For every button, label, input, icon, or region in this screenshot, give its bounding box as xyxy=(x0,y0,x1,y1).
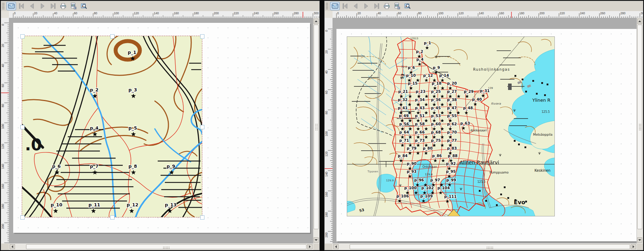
svg-text:0: 0 xyxy=(337,11,339,15)
svg-text:120: 120 xyxy=(134,11,139,15)
svg-text:60: 60 xyxy=(398,11,401,15)
sample-point-label: p_92 xyxy=(446,161,456,166)
last-arrow-icon xyxy=(373,2,380,10)
scroll-down-button[interactable] xyxy=(314,237,319,243)
vertical-scroll-thumb[interactable] xyxy=(637,25,642,229)
print-button[interactable] xyxy=(58,2,68,10)
horizontal-scrollbar[interactable] xyxy=(333,243,637,250)
selection-handle[interactable] xyxy=(110,34,115,39)
svg-text:180: 180 xyxy=(325,212,328,217)
sample-point-label: p_2 xyxy=(90,87,98,93)
map-item[interactable]: .0p_1p_2p_3p_4p_5p_6p_7p_8p_9p_10p_11p_1… xyxy=(22,36,202,217)
composer-map-button[interactable] xyxy=(330,2,340,10)
vertical-scrollbar[interactable] xyxy=(637,18,643,244)
sample-point-label: p_38 xyxy=(447,97,457,102)
composition-canvas[interactable]: 13513Rusholjinkangas72.053139RivieraYlin… xyxy=(333,18,637,244)
sample-point-label: p_12 xyxy=(127,202,138,208)
svg-text:100: 100 xyxy=(325,131,328,136)
print-button[interactable] xyxy=(382,2,391,10)
selection-handle[interactable] xyxy=(20,125,25,129)
sample-point-label: p_100 xyxy=(404,186,417,190)
sample-point-label: p_40 xyxy=(472,97,482,102)
svg-text:160: 160 xyxy=(499,11,504,15)
svg-text:200: 200 xyxy=(214,11,219,15)
map-text-label: Ylinen R xyxy=(532,97,551,103)
go-previous-button[interactable] xyxy=(27,2,37,10)
sample-point-label: p_55 xyxy=(447,114,457,118)
sample-point-label: p_13 xyxy=(165,202,177,208)
sample-point-label: p_73 xyxy=(415,138,425,143)
sample-point-label: p_86 xyxy=(432,154,442,158)
zoom-settings-button[interactable] xyxy=(79,2,88,10)
scroll-left-button[interactable] xyxy=(10,244,15,249)
svg-text:200: 200 xyxy=(325,232,328,237)
sample-point-label: p_79 xyxy=(407,146,416,151)
svg-text:20: 20 xyxy=(34,11,37,15)
svg-text:180: 180 xyxy=(1,204,5,209)
next-arrow-icon xyxy=(362,2,370,10)
scroll-right-button[interactable] xyxy=(631,244,636,249)
selection-handle[interactable] xyxy=(20,34,25,39)
svg-text:40: 40 xyxy=(1,64,5,67)
svg-text:0: 0 xyxy=(1,24,5,26)
map-text-label: Kukkosaari xyxy=(470,129,487,132)
sample-point-label: p_88 xyxy=(448,154,457,158)
svg-text:260: 260 xyxy=(274,11,279,15)
scroll-up-button[interactable] xyxy=(314,19,319,24)
sample-point-label: p_4 xyxy=(416,57,424,62)
map-text-label: Alinen Rautjärvi xyxy=(460,160,499,165)
scroll-up-button[interactable] xyxy=(637,19,642,24)
svg-text:80: 80 xyxy=(94,11,97,15)
go-last-button[interactable] xyxy=(48,2,57,10)
scroll-left-button[interactable] xyxy=(333,244,339,249)
sample-point-label: p_1 xyxy=(128,50,136,55)
sample-point-label: p_15 xyxy=(408,81,417,86)
selection-handle[interactable] xyxy=(200,34,204,39)
horizontal-scroll-thumb[interactable] xyxy=(350,244,630,249)
svg-text:40: 40 xyxy=(325,70,328,74)
scroll-down-button[interactable] xyxy=(637,237,642,243)
go-previous-button[interactable] xyxy=(351,2,360,10)
svg-text:40: 40 xyxy=(377,11,381,15)
scrollbar-corner xyxy=(313,244,319,250)
selection-handle[interactable] xyxy=(200,215,204,220)
selection-handle[interactable] xyxy=(200,125,204,129)
horizontal-scroll-thumb[interactable] xyxy=(26,244,306,249)
toolbar-handle-icon[interactable] xyxy=(326,2,328,10)
svg-text:0: 0 xyxy=(325,30,328,32)
sample-point-label: p_99 xyxy=(446,178,456,182)
composition-canvas[interactable]: .0p_1p_2p_3p_4p_5p_6p_7p_8p_9p_10p_11p_1… xyxy=(9,18,313,244)
svg-text:80: 80 xyxy=(418,11,422,15)
go-first-button[interactable] xyxy=(17,2,26,10)
svg-text:120: 120 xyxy=(325,151,328,156)
go-last-button[interactable] xyxy=(371,2,381,10)
zoom-settings-button[interactable] xyxy=(402,2,412,10)
sample-point-label: p_36 xyxy=(431,97,441,102)
selection-handle[interactable] xyxy=(20,215,25,220)
go-first-button[interactable] xyxy=(340,2,350,10)
export-image-button[interactable] xyxy=(69,2,78,10)
vertical-scrollbar[interactable] xyxy=(313,18,319,244)
go-next-button[interactable] xyxy=(361,2,371,10)
go-next-button[interactable] xyxy=(37,2,47,10)
toolbar-handle-icon[interactable] xyxy=(2,2,5,10)
sample-point-label: p_9 xyxy=(433,65,440,70)
scroll-right-button[interactable] xyxy=(307,244,313,249)
map-item[interactable]: 13513Rusholjinkangas72.053139RivieraYlin… xyxy=(347,36,555,216)
composer-map-button[interactable] xyxy=(6,2,16,10)
sample-point-label: p_3 xyxy=(128,87,137,93)
svg-text:80: 80 xyxy=(325,111,328,115)
sample-point-label: p_14 xyxy=(439,73,449,78)
svg-text:60: 60 xyxy=(1,84,5,87)
svg-text:80: 80 xyxy=(1,104,5,107)
sample-point-label: p_34 xyxy=(415,97,425,102)
zoom-icon xyxy=(80,2,87,10)
export-image-button[interactable] xyxy=(392,2,402,10)
svg-text:160: 160 xyxy=(325,192,328,197)
vertical-scroll-thumb[interactable] xyxy=(314,25,319,229)
svg-text:180: 180 xyxy=(194,11,199,15)
sample-point-label: p_23 xyxy=(416,89,425,94)
horizontal-scrollbar[interactable] xyxy=(9,243,313,250)
svg-text:20: 20 xyxy=(325,50,328,54)
selection-handle[interactable] xyxy=(110,215,115,220)
